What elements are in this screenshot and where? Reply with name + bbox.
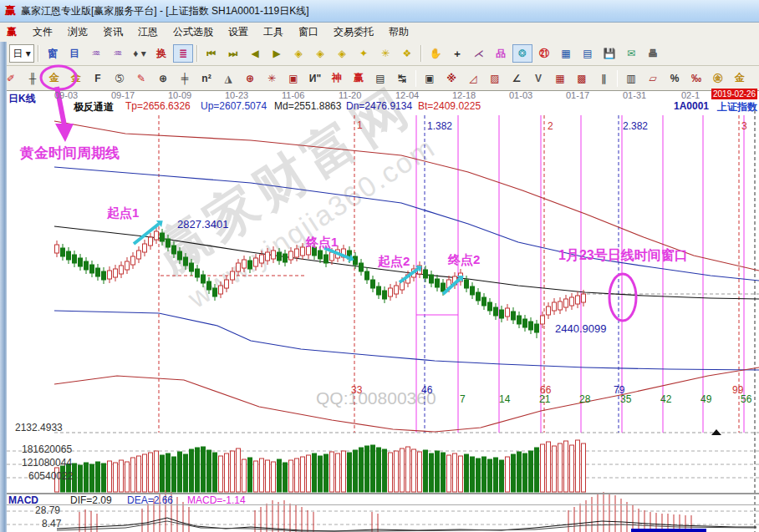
golden-section-icon[interactable]: 金 [44, 69, 64, 88]
angle-tool-icon[interactable]: ⋌ [469, 44, 489, 63]
calendar-icon[interactable]: ㉑ [534, 44, 554, 63]
menu-资讯[interactable]: 资讯 [95, 24, 130, 39]
n2-icon[interactable]: n² [196, 69, 216, 88]
menu-文件[interactable]: 文件 [25, 24, 60, 39]
percent-line-icon[interactable]: ‰ [686, 69, 706, 88]
grid-box-icon[interactable]: ▩ [572, 69, 592, 88]
grid-icon[interactable]: ▦ [550, 69, 570, 88]
prev-icon[interactable]: ◀ [245, 44, 265, 63]
notes-icon[interactable]: ▤ [578, 44, 598, 63]
grid-chart-icon[interactable]: 窗 [43, 44, 63, 63]
menu-窗口[interactable]: 窗口 [291, 24, 326, 39]
toolbar-separator [415, 70, 416, 87]
timeline-number: 42 [660, 393, 671, 405]
star-icon[interactable]: ✳ [262, 69, 282, 88]
watermark-qq: QQ:100800360 [316, 388, 436, 408]
gold-line-icon[interactable]: 金 [730, 69, 750, 88]
menu-设置[interactable]: 设置 [221, 24, 256, 39]
note2-icon[interactable]: ♪ [751, 69, 759, 88]
gold-circle-icon[interactable]: ㊎ [708, 69, 728, 88]
timeline-number: 56 [741, 393, 751, 405]
period-day-selector[interactable]: 日 ▾ [9, 44, 34, 63]
rays-icon[interactable]: ※ [441, 69, 461, 88]
annotation-text: 终点1 [306, 235, 338, 251]
ruler-icon[interactable]: ╪ [175, 69, 195, 88]
save-icon[interactable]: 💾 [599, 44, 619, 63]
fan-icon[interactable]: ◿ [463, 69, 483, 88]
profile-icon[interactable]: ❂ [512, 44, 532, 63]
gann-wheel-icon[interactable]: ⊕ [153, 69, 173, 88]
pin-tool-icon[interactable]: 品 [491, 44, 511, 63]
hand-tool-icon[interactable]: ✋ [425, 44, 446, 63]
n-wave-icon[interactable]: И" [305, 69, 325, 88]
menu-交易委托[interactable]: 交易委托 [326, 24, 381, 39]
menu-江恩[interactable]: 江恩 [130, 24, 166, 39]
percent-icon[interactable]: % [665, 69, 685, 88]
annotation-text: 1月23号日线时间窗口 [558, 247, 688, 265]
date-tick: 11-06 [282, 90, 304, 100]
channel-tp-value: Tp=2656.6326 [125, 100, 191, 112]
stats-icon[interactable]: ▥ [621, 69, 641, 88]
toolbar-separator [617, 70, 618, 87]
indicator-switch-icon[interactable]: 换 [151, 44, 171, 63]
date-tick: 10-23 [225, 90, 248, 100]
toolbar-separator [196, 45, 198, 62]
timeline-number: 14 [499, 393, 510, 405]
next-icon[interactable]: ▶ [267, 44, 287, 63]
zoom-out-icon[interactable]: ✳ [375, 44, 395, 63]
zoom-in-icon[interactable]: ✦ [354, 44, 374, 63]
timeline-number: 49 [700, 393, 711, 405]
wave5-icon[interactable]: ➄ [110, 69, 130, 88]
ruler123-icon[interactable]: ▤ [370, 69, 390, 88]
menu-工具[interactable]: 工具 [256, 24, 291, 39]
quote-list-icon[interactable]: 目 [64, 44, 84, 63]
toolbar-gann-tools: ✐╫金金F➄✎⊕╪n²◮⊕✳▣И"神赢▤↹▣※◿▨∠V▦▩∥▥▱%‰㊎金♪▭金⋞ [0, 66, 759, 91]
menu-帮助[interactable]: 帮助 [381, 24, 416, 39]
ma9-icon[interactable]: ♒ [108, 44, 128, 63]
date-tick: 09-17 [111, 90, 135, 100]
last-page-icon[interactable]: ⏭ [223, 44, 243, 63]
printer-icon[interactable]: 🖶 [643, 44, 663, 63]
volume-macd-separator [0, 493, 759, 494]
span-icon[interactable]: ↹ [392, 69, 412, 88]
gann-box-icon[interactable]: ▣ [283, 69, 303, 88]
date-tick: 12-04 [395, 90, 419, 100]
zoom-all-icon[interactable]: ❖ [397, 44, 417, 63]
golden-price-icon[interactable]: 金 [66, 69, 86, 88]
zoom-h-icon[interactable]: ◈ [332, 44, 352, 63]
trend-angle-icon[interactable]: ∠ [507, 69, 527, 88]
date-tick: 11-20 [339, 90, 361, 100]
title-bar[interactable]: 赢 赢家江恩专业版[赢家服务平台] - [上证指数 SH1A0001-119日K… [0, 0, 759, 23]
gann-line-icon[interactable]: ╫ [23, 69, 43, 88]
annotation-text: 终点2 [448, 252, 480, 268]
fibonacci-icon[interactable]: F [88, 69, 108, 88]
timeline-number: 28 [579, 393, 590, 405]
annotation-text: 2827.3401 [177, 218, 228, 231]
percent-chart-icon[interactable]: ▱ [643, 69, 663, 88]
box-tool-icon[interactable]: ▣ [420, 69, 440, 88]
indicator-name[interactable]: 极反通道 [74, 100, 114, 114]
crosshair-icon[interactable]: ＋ [447, 44, 467, 63]
calculator-icon[interactable]: ▦ [556, 44, 576, 63]
first-page-icon[interactable]: ⏮ [201, 44, 222, 63]
color-chart-icon[interactable]: ≣ [173, 44, 193, 63]
vee-icon[interactable]: V [528, 69, 548, 88]
target-icon[interactable]: ⊕ [240, 69, 260, 88]
zoom-right-icon[interactable]: ◈ [310, 44, 330, 63]
pencil-icon[interactable]: ✎ [131, 69, 151, 88]
parallel-icon[interactable]: ∥ [593, 69, 614, 88]
menu-公式选股[interactable]: 公式选股 [166, 24, 221, 39]
ying-icon[interactable]: 赢 [349, 69, 369, 88]
angle-icon[interactable]: ◮ [218, 69, 238, 88]
app-logo-icon: 赢 [5, 3, 16, 18]
menu-浏览[interactable]: 浏览 [60, 24, 95, 39]
date-tick: 01-31 [623, 90, 646, 100]
grid-fan-icon[interactable]: ▨ [485, 69, 505, 88]
timeline-number: 33 [351, 384, 362, 396]
ma3-icon[interactable]: ♒ [86, 44, 106, 63]
mail-icon[interactable]: ✉ [621, 44, 641, 63]
zoom-left-icon[interactable]: ◈ [288, 44, 308, 63]
shen-icon[interactable]: 神 [327, 69, 347, 88]
candle-style-icon[interactable]: ♦ ▾ [130, 44, 150, 63]
timeline-number: 7 [460, 393, 466, 405]
